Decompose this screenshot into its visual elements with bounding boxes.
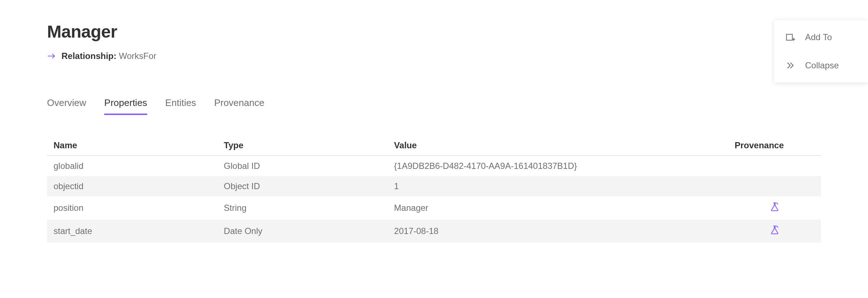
cell-provenance [728, 220, 821, 243]
add-to-icon [785, 32, 796, 43]
tab-entities[interactable]: Entities [165, 97, 196, 115]
cell-type: String [217, 196, 388, 220]
action-panel: Add To Collapse [774, 20, 868, 82]
cell-type: Global ID [217, 156, 388, 176]
table-row[interactable]: position String Manager [47, 196, 821, 220]
table-row[interactable]: start_date Date Only 2017-08-18 [47, 220, 821, 243]
action-collapse[interactable]: Collapse [774, 51, 868, 80]
tab-provenance[interactable]: Provenance [214, 97, 264, 115]
cell-value: 1 [388, 176, 728, 196]
provenance-flask-icon[interactable] [769, 201, 780, 212]
tab-overview[interactable]: Overview [47, 97, 86, 115]
arrow-right-icon [47, 51, 56, 61]
cell-name: globalid [47, 156, 217, 176]
relationship-value: WorksFor [119, 51, 157, 61]
cell-type: Date Only [217, 220, 388, 243]
col-header-type[interactable]: Type [217, 140, 388, 156]
cell-value: 2017-08-18 [388, 220, 728, 243]
collapse-icon [785, 60, 796, 71]
action-collapse-label: Collapse [805, 60, 839, 71]
properties-table: Name Type Value Provenance globalid Glob… [47, 140, 821, 243]
cell-name: start_date [47, 220, 217, 243]
cell-provenance [728, 196, 821, 220]
tab-properties[interactable]: Properties [104, 97, 147, 115]
col-header-value[interactable]: Value [388, 140, 728, 156]
cell-name: objectid [47, 176, 217, 196]
relationship-label: Relationship: [61, 51, 116, 61]
tabs: Overview Properties Entities Provenance [47, 97, 821, 115]
cell-value: {1A9DB2B6-D482-4170-AA9A-161401837B1D} [388, 156, 728, 176]
cell-value: Manager [388, 196, 728, 220]
table-row[interactable]: globalid Global ID {1A9DB2B6-D482-4170-A… [47, 156, 821, 176]
action-add-to-label: Add To [805, 32, 832, 42]
table-row[interactable]: objectid Object ID 1 [47, 176, 821, 196]
col-header-name[interactable]: Name [47, 140, 217, 156]
relationship-line: Relationship: WorksFor [47, 51, 821, 61]
cell-name: position [47, 196, 217, 220]
provenance-flask-icon[interactable] [769, 225, 780, 235]
cell-provenance [728, 176, 821, 196]
col-header-provenance[interactable]: Provenance [728, 140, 821, 156]
action-add-to[interactable]: Add To [774, 23, 868, 51]
svg-rect-1 [787, 34, 792, 40]
cell-type: Object ID [217, 176, 388, 196]
cell-provenance [728, 156, 821, 176]
page-title: Manager [47, 22, 821, 42]
